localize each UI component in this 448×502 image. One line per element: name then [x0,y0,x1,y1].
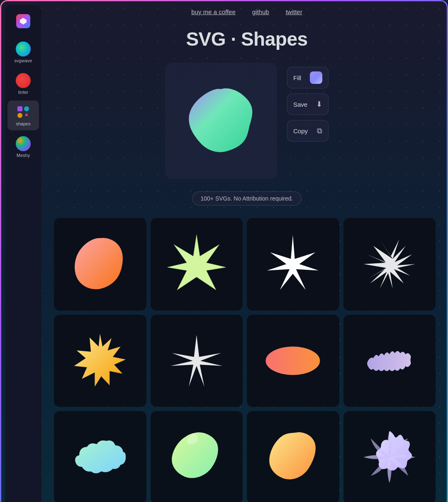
shape-card-star8[interactable] [247,218,339,311]
fill-color-swatch[interactable] [310,71,322,84]
shape-preview [165,63,277,179]
oval-pink-svg [261,328,325,393]
shape-card-flower-purple[interactable] [343,411,436,502]
svg-rect-0 [17,106,22,111]
attribution-badge: 100+ SVGs. No Attribution required. [54,191,440,206]
star4-svg [164,328,229,393]
tinter-icon [16,73,31,88]
preview-shape-svg [184,83,258,158]
svg-marker-3 [363,235,415,289]
meshy-icon [16,136,31,151]
sidebar-item-shapes[interactable]: shapes [7,100,39,130]
sidebar-item-tinter[interactable]: tinter [7,69,39,99]
save-button[interactable]: Save ⬇ [287,93,329,115]
star6-svg [164,232,229,296]
fill-button[interactable]: Fill [287,67,329,88]
svg-point-4 [266,346,320,375]
sidebar-item-svgwave-label: svgwave [15,58,32,63]
svg-rect-2 [17,113,22,118]
top-nav: buy me a coffee github twitter [54,0,440,20]
download-icon: ⬇ [316,100,322,109]
save-label: Save [293,101,307,108]
sidebar-item-meshy-label: Meshy [17,153,30,158]
shape-card-star4[interactable] [151,315,243,407]
copy-button[interactable]: Copy ⧉ [287,120,329,142]
starburst-svg [357,232,422,296]
shape-card-star6[interactable] [151,218,243,311]
sidebar: svgwave tinter shapes Meshy [5,5,41,502]
shapes-icon [16,105,31,120]
shape-card-oval-pink[interactable] [247,315,339,407]
twitter-link[interactable]: twitter [286,8,302,15]
svgwave-icon [16,42,31,56]
sidebar-item-shapes-label: shapes [16,121,30,126]
blob-orange-svg [68,232,132,296]
shape-card-spiky-purple[interactable] [343,315,436,407]
github-link[interactable]: github [252,8,269,15]
attribution-text: 100+ SVGs. No Attribution required. [192,191,302,206]
sidebar-logo[interactable] [7,10,39,32]
sidebar-item-svgwave[interactable]: svgwave [7,37,39,67]
blob-green-svg [164,425,229,490]
shapes-grid [54,218,436,502]
page-title: SVG · Shapes [54,28,440,50]
shape-card-cloud-teal[interactable] [54,411,146,502]
spiky-purple-svg [357,328,422,393]
controls-panel: Fill Save ⬇ Copy ⧉ [287,63,329,142]
flower-purple-svg [357,425,422,490]
blob-yellow-svg [261,425,325,490]
shape-card-blob-orange[interactable] [54,218,146,311]
app-logo-icon [16,14,30,28]
shape-card-blob-yellow[interactable] [247,411,339,502]
fill-label: Fill [293,74,301,81]
cloud-teal-svg [68,425,132,490]
shape-card-blob-green[interactable] [151,411,243,502]
hero-section: Fill Save ⬇ Copy ⧉ [54,63,440,179]
star8-svg [261,232,325,296]
sidebar-item-tinter-label: tinter [18,90,28,95]
shape-card-sun-yellow[interactable] [54,315,146,407]
svg-rect-1 [24,106,29,111]
shape-card-starburst[interactable] [343,218,436,311]
copy-label: Copy [293,127,308,135]
sidebar-item-meshy[interactable]: Meshy [7,132,39,162]
buy-coffee-link[interactable]: buy me a coffee [191,8,235,15]
sun-yellow-svg [68,328,132,393]
copy-icon: ⧉ [317,127,322,135]
